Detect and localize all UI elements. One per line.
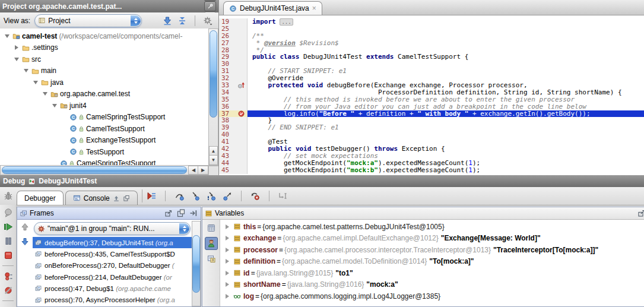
tree-item[interactable]: CCamelTestSupport — [0, 123, 209, 135]
tree-item[interactable]: junit4 — [0, 100, 209, 112]
variable-row[interactable]: id = {java.lang.String@1015}"to1" — [220, 267, 644, 279]
project-vertical-scrollbar[interactable]: ▲ ▼ — [208, 29, 218, 166]
watches-person-icon[interactable] — [205, 237, 218, 250]
gutter-cell[interactable] — [237, 61, 248, 68]
gutter-cell[interactable] — [237, 117, 248, 124]
gutter-cell[interactable] — [237, 40, 248, 47]
expand-icon[interactable] — [226, 236, 229, 240]
combo-stepper-icon[interactable] — [131, 15, 141, 26]
expand-icon[interactable] — [226, 282, 229, 287]
view-as-combobox[interactable]: Project — [34, 14, 142, 27]
thread-combo-stepper-icon[interactable] — [179, 223, 189, 234]
vertical-scrollbar-thumb[interactable] — [210, 30, 217, 118]
collapse-expand-icon[interactable] — [177, 16, 187, 26]
gutter-cell[interactable] — [237, 124, 248, 131]
gutter-cell[interactable] — [237, 138, 248, 145]
drop-frame-icon[interactable] — [250, 191, 260, 201]
code-line-39[interactable]: 39 // END SNIPPET: e1 — [219, 124, 644, 131]
tree-expand-icon[interactable] — [5, 34, 9, 38]
run-to-cursor-icon[interactable] — [278, 191, 288, 201]
float-mini-icon[interactable] — [176, 208, 186, 218]
horizontal-scrollbar-thumb[interactable] — [2, 166, 187, 174]
tab-console[interactable]: Console — [65, 191, 138, 205]
project-horizontal-scrollbar[interactable]: ◀ ▶ — [0, 165, 209, 175]
mute-breakpoints-icon[interactable] — [4, 286, 13, 295]
step-into-icon[interactable] — [191, 191, 200, 201]
gutter-cell[interactable] — [237, 53, 248, 61]
gutter-cell[interactable] — [237, 47, 248, 54]
variable-row[interactable]: log = {org.apache.commons.logging.impl.L… — [220, 290, 644, 302]
variable-row[interactable]: definition = {org.apache.camel.model.ToD… — [220, 256, 644, 268]
tree-expand-icon[interactable] — [14, 58, 19, 61]
gutter-cell[interactable] — [237, 110, 248, 118]
tab-debugger[interactable]: Debugger — [17, 191, 64, 205]
step-over-icon[interactable] — [175, 191, 184, 201]
tree-expand-icon[interactable] — [24, 69, 28, 72]
pause-icon[interactable] — [4, 236, 13, 246]
gutter-cell[interactable] — [237, 68, 248, 75]
tree-item[interactable]: camel-test (/workspace/camel/components/… — [0, 30, 209, 42]
code-line-29[interactable]: 29public class DebugJUnit4Test extends C… — [219, 53, 644, 61]
code-line-19[interactable]: 19import ... — [219, 18, 644, 26]
tree-expand-icon[interactable] — [52, 104, 57, 107]
resume-icon[interactable] — [4, 222, 13, 232]
tree-item[interactable]: java — [0, 77, 209, 88]
tree-collapse-icon[interactable] — [15, 45, 18, 50]
frame-row[interactable]: process():70, AsyncProcessorHelper (org.… — [33, 294, 192, 305]
variable-row[interactable]: shortName = {java.lang.String@1016}"mock… — [220, 279, 644, 291]
code-line-37[interactable]: 37 log.info("Before " + definition + " w… — [219, 110, 644, 118]
frame-row[interactable]: beforeProcess():214, DefaultDebugger (or — [33, 271, 192, 283]
frame-row[interactable]: debugBefore():37, DebugJUnit4Test (org.a — [33, 237, 192, 248]
tree-item[interactable]: CCamelSpringTestSupport — [0, 112, 209, 124]
pin-button[interactable] — [204, 1, 216, 11]
code-line-45[interactable]: 45 getMockEndpoint("mock:b").expectedMes… — [219, 167, 644, 174]
variable-row[interactable]: exchange = {org.apache.camel.impl.Defaul… — [220, 233, 644, 245]
gutter-cell[interactable] — [237, 26, 248, 33]
scroll-down-button[interactable]: ▼ — [209, 155, 218, 165]
folded-imports[interactable]: ... — [280, 18, 293, 26]
variable-row[interactable]: this = {org.apache.camel.test.patterns.D… — [220, 221, 644, 233]
gutter-cell[interactable] — [237, 153, 248, 160]
frame-row[interactable]: onBeforeProcess():270, DefaultDebugger ( — [33, 260, 192, 271]
frames-scrollbar-thumb[interactable] — [192, 235, 200, 293]
restore-mini-icon[interactable] — [164, 208, 173, 218]
export-mini-icon[interactable] — [113, 195, 120, 202]
tree-expand-icon[interactable] — [43, 92, 47, 96]
frames-scrollbar[interactable] — [192, 221, 201, 306]
tree-item[interactable]: src — [0, 53, 209, 65]
hide-mini-icon[interactable] — [189, 208, 198, 218]
tree-item[interactable]: org.apache.camel.test — [0, 88, 209, 100]
frame-row[interactable]: process():47, Debug$1 (org.apache.came — [33, 283, 192, 294]
expand-icon[interactable] — [226, 294, 229, 299]
expand-icon[interactable] — [226, 259, 229, 264]
tree-expand-icon[interactable] — [33, 81, 38, 84]
next-frame-icon[interactable] — [20, 237, 30, 246]
gutter-cell[interactable] — [237, 96, 248, 103]
code-editor[interactable]: 19import ...2526/**27 * @version $Revisi… — [219, 15, 644, 175]
expand-icon[interactable] — [226, 224, 229, 229]
gutter-cell[interactable] — [237, 145, 248, 153]
tree-item[interactable]: main — [0, 65, 209, 77]
tree-item[interactable]: .settings — [0, 42, 209, 54]
frame-row[interactable]: beforeProcess():435, CamelTestSupport$D — [33, 248, 192, 259]
previous-frame-icon[interactable] — [20, 222, 30, 232]
gutter-cell[interactable] — [237, 89, 248, 96]
scroll-right-button[interactable]: ▶ — [198, 166, 208, 175]
tree-item[interactable]: CExchangeTestSupport — [0, 135, 209, 147]
gutter-cell[interactable] — [237, 18, 248, 26]
restore-mini-icon[interactable] — [637, 208, 644, 218]
variable-row[interactable]: processor = {org.apache.camel.processor.… — [220, 244, 644, 256]
rerun-bug-icon[interactable] — [4, 191, 13, 201]
auto-vars-icon[interactable]: a — [207, 254, 216, 264]
stop-icon[interactable] — [4, 251, 13, 260]
code-line-25[interactable]: 25 — [219, 26, 644, 33]
gutter-cell[interactable] — [237, 167, 248, 174]
view-breakpoints-icon[interactable] — [4, 271, 13, 281]
editor-tab-active[interactable]: C DebugJUnit4Test.java × — [223, 1, 322, 15]
tab-close-icon[interactable]: × — [312, 5, 316, 12]
show-execution-point-icon[interactable] — [147, 191, 156, 201]
code-line-27[interactable]: 27 * @version $Revision$ — [219, 40, 644, 47]
settings-gear-icon[interactable] — [203, 16, 212, 26]
gutter-cell[interactable] — [237, 33, 248, 40]
autoscroll-to-source-icon[interactable] — [163, 16, 172, 26]
